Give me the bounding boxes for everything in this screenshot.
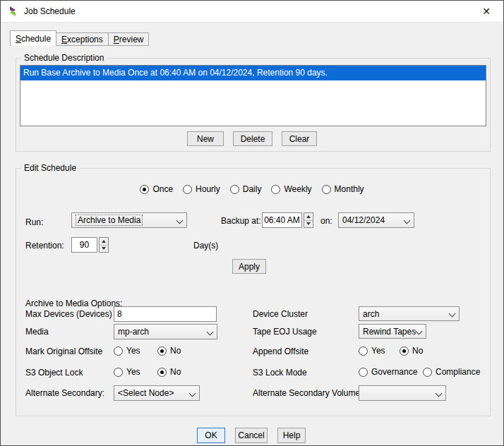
s3-object-lock-yes[interactable]: Yes	[114, 367, 140, 377]
delete-button[interactable]: Delete	[233, 131, 272, 146]
media-label: Media	[25, 327, 49, 337]
tab-exceptions-label: E	[61, 35, 67, 44]
radio-option-hourly[interactable]: Hourly	[183, 183, 220, 195]
radio-yes-icon	[359, 346, 368, 356]
retention-input[interactable]: 90	[71, 237, 97, 253]
radio-option-monthly[interactable]: Monthly	[322, 183, 364, 195]
tab-schedule-label: S	[16, 34, 21, 44]
alternate-secondary-volume-label: Alternate Secondary Volume:	[253, 388, 362, 398]
schedule-description-legend: Schedule Description	[21, 53, 107, 63]
radio-governance-icon	[359, 368, 368, 377]
mark-original-offsite-label: Mark Original Offsite	[25, 346, 102, 356]
commvault-logo-icon	[7, 6, 18, 17]
radio-yes-icon	[114, 368, 123, 377]
spin-up-button[interactable]	[100, 238, 108, 246]
schedule-list-item[interactable]: Run Base Archive to Media Once at 06:40 …	[20, 66, 486, 80]
description-button-row: New Delete Clear	[1, 131, 503, 146]
on-date-value: 04/12/2024	[342, 215, 385, 225]
s3-lock-mode-compliance[interactable]: Compliance	[423, 367, 480, 377]
retention-label: Retention:	[25, 241, 64, 251]
radio-no-icon	[157, 368, 167, 377]
device-cluster-label: Device Cluster	[253, 309, 308, 319]
tab-preview-label: P	[114, 35, 119, 44]
spin-up-button[interactable]	[304, 213, 313, 221]
s3-lock-mode-governance[interactable]: Governance	[359, 367, 417, 377]
backup-time-input[interactable]: 06:40 AM	[262, 212, 302, 228]
media-combobox[interactable]: mp-arch	[114, 324, 217, 339]
append-offsite-yes[interactable]: Yes	[359, 346, 385, 356]
chevron-down-icon	[189, 390, 196, 397]
spin-down-button[interactable]	[304, 221, 313, 228]
device-cluster-value: arch	[363, 309, 379, 319]
chevron-down-icon	[436, 390, 443, 397]
backup-time-spinner: 06:40 AM	[262, 212, 313, 228]
help-button[interactable]: Help	[277, 428, 306, 443]
schedule-description-list[interactable]: Run Base Archive to Media Once at 06:40 …	[20, 65, 486, 126]
close-button[interactable]: ✕	[474, 1, 499, 21]
run-combobox-value: Archive to Media	[76, 215, 143, 226]
apply-button[interactable]: Apply	[232, 259, 266, 274]
ok-button[interactable]: OK	[197, 428, 225, 443]
on-label: on:	[320, 216, 332, 226]
s3-object-lock-no[interactable]: No	[157, 367, 181, 377]
new-button[interactable]: New	[187, 131, 224, 146]
retention-spinner: 90	[71, 237, 109, 253]
mark-original-offsite-yes[interactable]: Yes	[114, 346, 140, 356]
s3-object-lock-label: S3 Object Lock	[25, 368, 83, 378]
alternate-secondary-volume-combobox[interactable]	[359, 385, 446, 401]
on-date-combobox[interactable]: 04/12/2024	[338, 212, 414, 228]
edit-schedule-legend: Edit Schedule	[21, 163, 79, 173]
mark-original-offsite-no[interactable]: No	[157, 346, 181, 356]
radio-no-icon	[400, 346, 409, 356]
retention-spin-buttons	[99, 237, 109, 253]
retention-unit-label: Day(s)	[193, 241, 218, 251]
backup-at-label: Backup at:	[221, 216, 261, 226]
chevron-down-icon	[176, 217, 184, 224]
backup-time-spin-buttons	[304, 212, 313, 228]
radio-monthly-icon	[322, 185, 331, 194]
tape-eoj-usage-value: Rewind Tapes	[363, 327, 416, 337]
chevron-down-icon	[207, 329, 214, 336]
max-devices-input[interactable]	[114, 306, 217, 322]
radio-option-once[interactable]: Once	[140, 183, 173, 195]
tab-preview[interactable]: Preview	[108, 32, 150, 46]
chevron-down-icon	[416, 328, 423, 335]
alternate-secondary-combobox[interactable]: <Select Node>	[114, 385, 200, 401]
radio-daily-icon	[230, 185, 239, 194]
tab-exceptions[interactable]: Exceptions	[56, 32, 109, 46]
title-bar: Job Schedule ✕	[1, 1, 503, 23]
append-offsite-no[interactable]: No	[400, 346, 423, 356]
run-label: Run:	[25, 217, 43, 227]
close-icon: ✕	[482, 6, 491, 17]
alternate-secondary-value: <Select Node>	[118, 388, 174, 398]
media-value: mp-arch	[118, 327, 149, 337]
radio-no-icon	[157, 346, 167, 356]
window-title: Job Schedule	[24, 6, 76, 16]
tab-schedule[interactable]: Schedule	[10, 30, 56, 46]
chevron-down-icon	[404, 217, 411, 224]
frequency-radio-group: Once Hourly Daily Weekly Monthly	[1, 183, 503, 195]
radio-option-weekly[interactable]: Weekly	[271, 183, 311, 195]
s3-lock-mode-label: S3 Lock Mode	[253, 368, 307, 378]
archive-options-heading: Archive to Media Options:	[25, 299, 122, 308]
cancel-button[interactable]: Cancel	[235, 428, 268, 443]
spin-down-button[interactable]	[100, 246, 108, 253]
tape-eoj-usage-label: Tape EOJ Usage	[253, 327, 317, 337]
radio-yes-icon	[114, 346, 123, 356]
append-offsite-label: Append Offsite	[253, 346, 308, 356]
radio-compliance-icon	[423, 368, 432, 377]
radio-hourly-icon	[183, 185, 192, 194]
tab-strip: Schedule Exceptions Preview	[10, 30, 148, 46]
alternate-secondary-label: Alternate Secondary:	[25, 388, 104, 398]
edit-schedule-group	[16, 168, 491, 416]
device-cluster-combobox[interactable]: arch	[359, 306, 460, 321]
max-devices-label: Max Devices (Devices)	[25, 309, 112, 319]
radio-once-icon	[140, 185, 149, 194]
clear-button[interactable]: Clear	[282, 131, 317, 146]
run-combobox[interactable]: Archive to Media	[71, 212, 187, 228]
job-schedule-dialog: Job Schedule ✕ Schedule Exceptions Previ…	[0, 0, 504, 446]
chevron-down-icon	[449, 311, 456, 318]
tape-eoj-usage-combobox[interactable]: Rewind Tapes	[359, 324, 426, 339]
radio-option-daily[interactable]: Daily	[230, 183, 262, 195]
radio-weekly-icon	[271, 185, 280, 194]
